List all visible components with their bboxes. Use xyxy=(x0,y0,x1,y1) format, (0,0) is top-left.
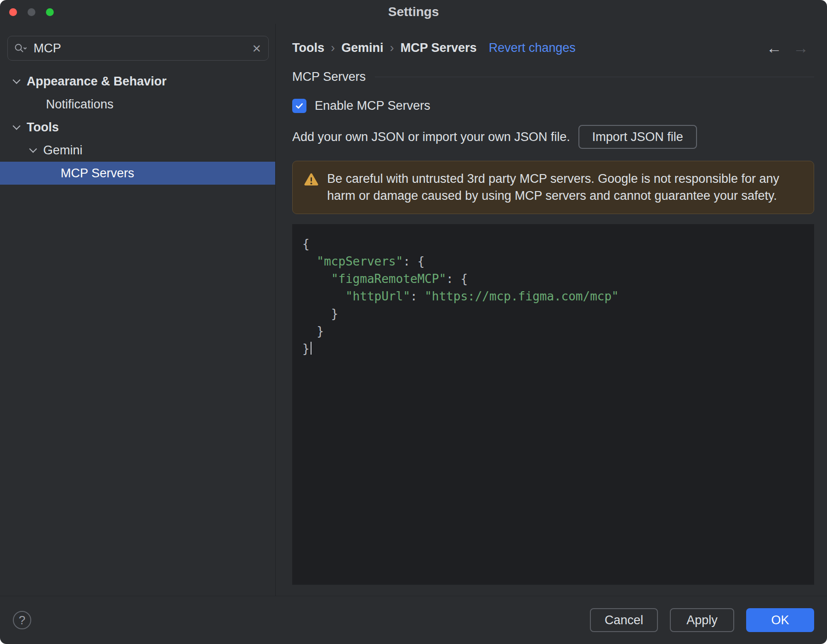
enable-mcp-row: Enable MCP Servers xyxy=(292,99,814,113)
ok-button[interactable]: OK xyxy=(746,608,814,632)
sidebar-item-gemini[interactable]: Gemini xyxy=(0,139,275,162)
checkmark-icon xyxy=(295,101,304,111)
breadcrumb-item-tools[interactable]: Tools xyxy=(292,41,324,55)
warning-triangle-icon xyxy=(304,173,319,188)
clear-search-icon[interactable]: × xyxy=(252,41,261,56)
settings-tree: Appearance & Behavior Notifications Tool… xyxy=(0,70,275,185)
mcp-json-editor[interactable]: { "mcpServers": { "figmaRemoteMCP": { "h… xyxy=(292,224,814,585)
section-title: MCP Servers xyxy=(292,70,366,84)
settings-sidebar: × Appearance & Behavior Notifications To… xyxy=(0,24,276,596)
chevron-down-icon[interactable] xyxy=(13,76,21,84)
import-json-row: Add your own JSON or import your own JSO… xyxy=(292,125,814,149)
warning-text: Be careful with untrusted 3rd party MCP … xyxy=(327,170,803,204)
breadcrumb: Tools › Gemini › MCP Servers Revert chan… xyxy=(292,37,814,59)
search-box: × xyxy=(7,36,269,61)
sidebar-item-label: Notifications xyxy=(46,97,113,112)
sidebar-item-label: Gemini xyxy=(43,143,83,158)
apply-button[interactable]: Apply xyxy=(670,608,734,632)
back-arrow-icon[interactable]: ← xyxy=(761,40,787,56)
sidebar-item-label: MCP Servers xyxy=(61,166,134,181)
traffic-lights xyxy=(9,0,54,24)
sidebar-item-label: Tools xyxy=(27,120,59,135)
breadcrumb-separator: › xyxy=(384,41,401,55)
sidebar-item-appearance-behavior[interactable]: Appearance & Behavior xyxy=(0,70,275,93)
breadcrumb-item-mcp-servers[interactable]: MCP Servers xyxy=(401,41,477,55)
sidebar-item-mcp-servers[interactable]: MCP Servers xyxy=(0,162,275,185)
settings-window: Settings × Appearance & Behavior xyxy=(0,0,827,644)
footer: ? Cancel Apply OK xyxy=(0,596,827,644)
window-title: Settings xyxy=(388,5,439,19)
minimize-window-button[interactable] xyxy=(28,8,35,16)
section-header: MCP Servers xyxy=(292,70,814,84)
import-json-file-button[interactable]: Import JSON file xyxy=(578,125,697,149)
sidebar-item-label: Appearance & Behavior xyxy=(27,74,167,89)
chevron-down-icon[interactable] xyxy=(29,145,37,153)
search-icon[interactable] xyxy=(14,43,27,54)
chevron-down-icon[interactable] xyxy=(13,122,21,130)
enable-mcp-label[interactable]: Enable MCP Servers xyxy=(315,99,430,113)
settings-content: Tools › Gemini › MCP Servers Revert chan… xyxy=(276,24,827,596)
import-json-text: Add your own JSON or import your own JSO… xyxy=(292,130,570,144)
breadcrumb-item-gemini[interactable]: Gemini xyxy=(341,41,384,55)
close-window-button[interactable] xyxy=(9,8,17,16)
section-divider xyxy=(375,77,814,77)
help-icon[interactable]: ? xyxy=(13,611,31,629)
main-area: × Appearance & Behavior Notifications To… xyxy=(0,24,827,596)
sidebar-item-tools[interactable]: Tools xyxy=(0,116,275,139)
breadcrumb-separator: › xyxy=(324,41,341,55)
titlebar: Settings xyxy=(0,0,827,24)
cancel-button[interactable]: Cancel xyxy=(590,608,658,632)
search-input[interactable] xyxy=(33,41,247,56)
enable-mcp-checkbox[interactable] xyxy=(292,99,306,113)
sidebar-item-notifications[interactable]: Notifications xyxy=(0,93,275,116)
code-content: { "mcpServers": { "figmaRemoteMCP": { "h… xyxy=(302,235,804,357)
zoom-window-button[interactable] xyxy=(46,8,54,16)
revert-changes-link[interactable]: Revert changes xyxy=(489,41,576,55)
forward-arrow-icon[interactable]: → xyxy=(787,40,814,56)
warning-banner: Be careful with untrusted 3rd party MCP … xyxy=(292,161,814,214)
